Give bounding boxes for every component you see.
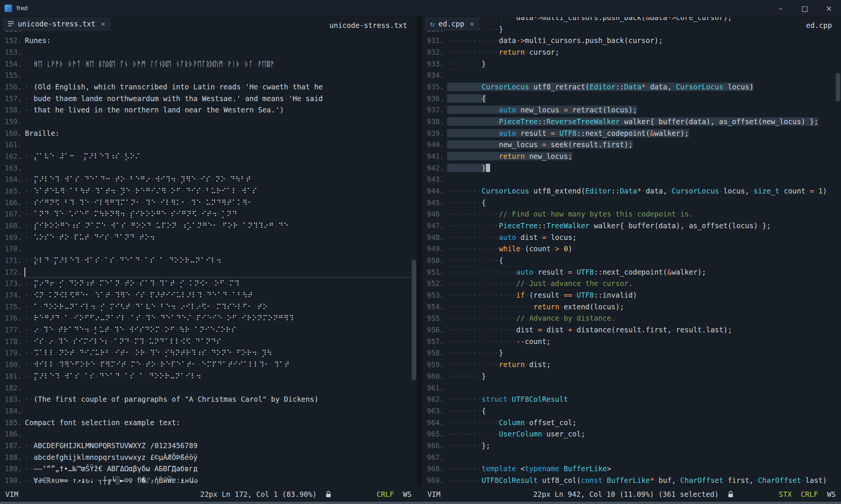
code-line[interactable]: 949.············while·(count·>·0) [422, 243, 841, 255]
code-line[interactable]: 960.········} [422, 370, 841, 382]
code-line[interactable]: 183.··(The·first·couple·of·paragraphs·of… [0, 393, 417, 405]
close-button[interactable]: × [817, 0, 841, 17]
code-line[interactable]: 170. [0, 243, 417, 255]
code-line[interactable]: 167.··⠁⠝⠙·⠹⠑·⠡⠊⠑⠋·⠍⠳⠗⠝⠻⠲·⡎⠊⠗⠕⠕⠛⠑·⠎⠊⠛⠝⠫·⠊… [0, 208, 417, 220]
code-line[interactable]: 941.············return·new_locus; [422, 151, 841, 162]
code-line[interactable]: 965.············UserColumn·user_col; [422, 428, 841, 440]
code-line[interactable]: 173.··⡍⠔⠙⠖·⡊·⠙⠕⠝⠰⠞·⠍⠑⠁⠝·⠞⠕·⠎⠁⠹·⠹⠁⠞·⡊·⠅⠝⠪… [0, 278, 417, 289]
code-line[interactable]: 938.············PieceTree::ReverseTreeWa… [422, 116, 841, 128]
line-number: 969. [422, 475, 444, 486]
code-line[interactable]: 174.··⠪⠝·⠅⠝⠪⠇⠫⠛⠑⠂·⠱⠁⠞·⠹⠻⠑·⠊⠎·⠏⠜⠞⠊⠊⠥⠇⠜⠇⠹·… [0, 289, 417, 301]
code-line[interactable]: 943. [422, 174, 841, 185]
code-line[interactable]: 957.················--count; [422, 336, 841, 347]
code-line[interactable]: 189.··–—‘“”„†•…‰™œŠŸž€·ΑΒΓΔΩαβγδω·АБВГДа… [0, 463, 417, 475]
code-line[interactable]: 175.··⠁·⠙⠕⠕⠗⠤⠝⠁⠊⠇⠲·⡊·⠍⠊⠣⠞·⠙⠁⠧⠑·⠃⠑⠲·⠔⠊⠇⠔⠫… [0, 301, 417, 313]
line-number: 965. [422, 428, 444, 440]
status-flag-ws: WS [403, 490, 412, 498]
code-line[interactable]: 162.··⡌⠁⠧⠑·⠼⠁⠒··⡍⠜⠇⠑⠹⠰⠎·⡣⠕⠌ [0, 151, 417, 162]
code-line[interactable]: 964.············Column·offset_col; [422, 417, 841, 429]
pane-left[interactable]: 150.እግርህን·በፍራሽህ·ልክ·ዘርጋ።151.152.Runes:153… [0, 17, 417, 487]
code-line[interactable]: 951.················auto·result·=·UTF8::… [422, 266, 841, 278]
code-line[interactable]: 154.··ᚻᛖ·ᚳᚹᚫᚦ·ᚦᚫᛏ·ᚻᛖ·ᛒᚢᛞᛖ·ᚩᚾ·ᚦᚫᛗ·ᛚᚪᚾᛞᛖ·ᚾ… [0, 58, 417, 70]
code-line[interactable]: 181.··⡍⠜⠇⠑⠹·⠺⠁⠎·⠁⠎·⠙⠑⠁⠙·⠁⠎·⠁·⠙⠕⠕⠗⠤⠝⠁⠊⠇⠲ [0, 370, 417, 382]
code-line[interactable]: 932.············return·cursor; [422, 46, 841, 58]
tab-close-icon[interactable]: × [101, 19, 105, 28]
code-line[interactable]: 163. [0, 162, 417, 174]
code-line[interactable]: 969.········UTF8ColResult·utf8_col(const… [422, 475, 841, 486]
code-line[interactable]: 930.············} [422, 23, 841, 35]
code-line[interactable]: 946.············//·Find·out·how·many·byt… [422, 208, 841, 220]
cursor-position-text: 22px Ln 942, Col 10 (11.09%) (361 select… [533, 490, 719, 498]
tab-ed-cpp[interactable]: ↻ ed.cpp × [425, 17, 479, 31]
code-line[interactable]: 159. [0, 116, 417, 128]
code-line[interactable]: 955.················//·Advance·by·distan… [422, 312, 841, 324]
code-line[interactable]: 931.············data->multi_cursors.push… [422, 35, 841, 46]
code-line[interactable]: 967. [422, 452, 841, 463]
code-line[interactable]: 157.··bude·thaem·lande·northweardum·with… [0, 93, 417, 104]
code-line[interactable]: 954.····················return·extend(lo… [422, 301, 841, 313]
code-line[interactable]: 155. [0, 69, 417, 81]
code-line[interactable]: 161. [0, 139, 417, 151]
code-line[interactable]: 179.··⠩⠁⠇⠇·⠝⠕⠞·⠙⠊⠌⠥⠗⠃·⠊⠞⠂·⠕⠗·⠹⠑·⡊⠳⠝⠞⠗⠹⠰⠎… [0, 347, 417, 359]
minimize-button[interactable]: – [769, 0, 793, 17]
code-line[interactable]: 171.··⡕⠇⠙·⡍⠜⠇⠑⠹·⠺⠁⠎·⠁⠎·⠙⠑⠁⠙·⠁⠎·⠁·⠙⠕⠕⠗⠤⠝⠁… [0, 255, 417, 266]
code-line[interactable]: 940.············new_locus·=·seek(result.… [422, 139, 841, 151]
code-line[interactable]: 188.··abcdefghijklmnopqrstuvwxyz·£©µÀÆÖÞ… [0, 452, 417, 463]
code-line[interactable]: 187.··ABCDEFGHIJKLMNOPQRSTUVWXYZ·/012345… [0, 440, 417, 452]
status-flags: STXCRLFWS [779, 490, 836, 498]
pane-divider[interactable] [417, 17, 422, 487]
code-line[interactable]: 184. [0, 405, 417, 417]
code-line[interactable]: 176.··⠗⠑⠛⠜⠙·⠁·⠊⠕⠋⠋⠔⠤⠝⠁⠊⠇·⠁⠎·⠹⠑·⠙⠑⠁⠙⠑⠌·⠏⠊… [0, 312, 417, 324]
code-line[interactable]: 190.··∀∂∈ℝ∧∪≡∞·↑↗↨↻⇣·┐┼╔╘░►☺♀·ﬁ�⑀₂ἠḂӥẄɐː… [0, 475, 417, 486]
code-line[interactable]: 956.················dist·=·dist·+·distan… [422, 324, 841, 336]
code-line[interactable]: 936.········{ [422, 93, 841, 104]
code-line[interactable]: 950.············{ [422, 255, 841, 266]
code-line[interactable]: 948.············auto·dist·=·locus; [422, 232, 841, 243]
scrollbar-thumb[interactable] [412, 260, 416, 380]
code-line[interactable]: 934. [422, 69, 841, 81]
code-line[interactable]: 182. [0, 382, 417, 394]
code-line[interactable]: 937.············auto·new_locus·=·retract… [422, 104, 841, 116]
code-line[interactable]: 153. [0, 46, 417, 58]
code-line[interactable]: 939.············auto·result·=·UTF8::next… [422, 128, 841, 139]
code-line[interactable]: 180.··⠺⠊⠇⠇·⠹⠻⠑⠋⠕⠗⠑·⠏⠻⠍⠊⠞·⠍⠑·⠞⠕·⠗⠑⠏⠑⠁⠞⠂·⠑… [0, 359, 417, 370]
code-line[interactable]: 944.········CursorLocus·utf8_extend(Edit… [422, 185, 841, 197]
code-line[interactable]: 185.Compact·font·selection·example·text: [0, 417, 417, 429]
code-line[interactable]: 156.··(Old·English,·which·transcribed·in… [0, 81, 417, 93]
code-line[interactable]: 963.········{ [422, 405, 841, 417]
code-line[interactable]: 177.··⠔·⠹⠑·⠞⠗⠁⠙⠑⠲·⡃⠥⠞·⠹⠑·⠺⠊⠎⠙⠕⠍·⠕⠋·⠳⠗·⠁⠝… [0, 324, 417, 336]
code-line[interactable]: 966.········}; [422, 440, 841, 452]
code-line[interactable]: 942.········} [422, 162, 841, 174]
code-line[interactable]: 178.··⠊⠎·⠔·⠹⠑·⠎⠊⠍⠊⠇⠑⠆·⠁⠝⠙·⠍⠹·⠥⠝⠙⠁⠇⠇⠪⠫·⠙⠁… [0, 336, 417, 347]
code-line[interactable]: 160.Braille: [0, 128, 417, 139]
code-line[interactable]: 968.········template·<typename·BufferLik… [422, 463, 841, 475]
code-line[interactable]: 152.Runes: [0, 35, 417, 46]
line-number: 161. [0, 139, 22, 151]
code-line[interactable]: 935.········CursorLocus·utf8_retract(Edi… [422, 81, 841, 93]
pane-right[interactable]: 929.················data->multi_cursors.… [422, 17, 841, 487]
tab-unicode-stress-txt[interactable]: unicode-stress.txt × [3, 17, 110, 31]
code-line[interactable]: 166.··⠎⠊⠛⠝⠫·⠃⠹·⠹⠑·⠊⠇⠻⠛⠹⠍⠁⠝⠂·⠹⠑·⠊⠇⠻⠅⠂·⠹⠑·… [0, 197, 417, 209]
code-line[interactable]: 158.··that·he·lived·in·the·northern·land… [0, 104, 417, 116]
selection-highlight: ········CursorLocus·utf8_retract(Editor:… [447, 83, 753, 91]
code-line[interactable]: 947.············PieceTree::TreeWalker·wa… [422, 220, 841, 232]
maximize-button[interactable]: □ [793, 0, 817, 17]
code-line[interactable]: 945.········{ [422, 197, 841, 209]
code-line[interactable]: 953.················if·(result·==·UTF8::… [422, 289, 841, 301]
code-line[interactable]: 958.············} [422, 347, 841, 359]
code-line[interactable]: 186. [0, 428, 417, 440]
code-line[interactable]: 961. [422, 382, 841, 394]
code-line[interactable]: 933.········} [422, 58, 841, 70]
line-number: 958. [422, 347, 444, 359]
code-line[interactable]: 168.··⡎⠊⠗⠕⠕⠛⠑⠰⠎·⠝⠁⠍⠑·⠺⠁⠎·⠛⠕⠕⠙·⠥⠏⠕⠝·⠰⡡⠁⠝⠛… [0, 220, 417, 232]
code-line[interactable]: 164.··⡍⠜⠇⠑⠹·⠺⠁⠎·⠙⠑⠁⠙⠒·⠞⠕·⠃⠑⠛⠔·⠺⠊⠹⠲·⡹⠻⠑·⠊… [0, 174, 417, 185]
scrollbar-thumb[interactable] [836, 73, 840, 101]
tab-close-icon[interactable]: × [470, 19, 474, 28]
code-line[interactable]: 959.············return·dist; [422, 359, 841, 370]
code-line[interactable]: 169.··⠡⠕⠎⠑·⠞⠕·⠏⠥⠞·⠙⠊⠎·⠙⠁⠝⠙·⠞⠕⠲ [0, 232, 417, 243]
code-line[interactable]: 952.················//·Just·advance·the·… [422, 278, 841, 289]
code-line[interactable]: 172. [0, 266, 417, 278]
code-line[interactable]: 962.········struct·UTF8ColResult [422, 393, 841, 405]
code-line[interactable]: 165.··⠱⠁⠞⠑⠧⠻·⠁⠃⠳⠞·⠹⠁⠞⠲·⡹⠑·⠗⠑⠛⠊⠌⠻·⠕⠋·⠙⠊⠎·… [0, 185, 417, 197]
code-line[interactable]: 929.················data->multi_cursors.… [422, 17, 841, 23]
